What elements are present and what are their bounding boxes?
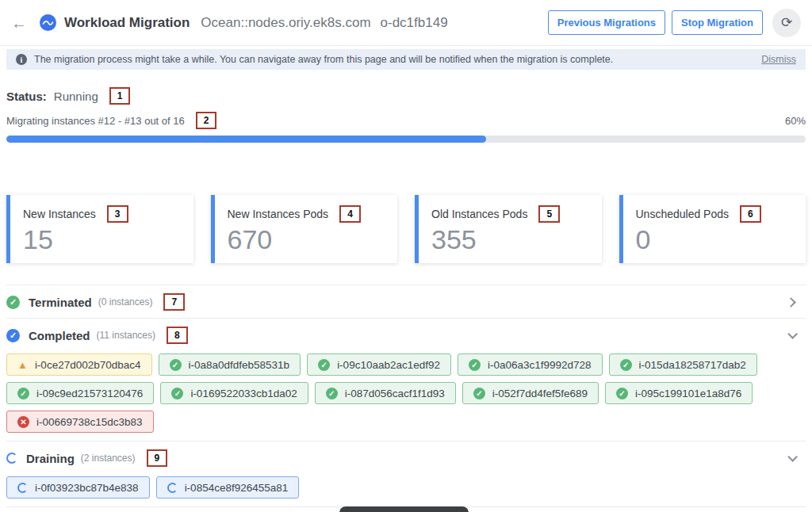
section-terminated: ✓ Terminated (0 instances) 7 — [6, 285, 806, 318]
instance-id: i-052f7dd4fef5fe689 — [492, 388, 588, 399]
migration-id: o-dc1fb149 — [381, 15, 448, 30]
instance-chip: ✓i-0a06a3c1f9992d728 — [458, 353, 603, 376]
card-new-instances: New Instances3 15 — [6, 195, 193, 263]
check-circle-green-icon: ✓ — [473, 388, 485, 399]
check-circle-green-icon: ✓ — [6, 296, 20, 309]
draining-instance-chips: i-0f03923bc87b4e838i-0854ce8f926455a81 — [6, 474, 806, 506]
annotation-marker-1: 1 — [109, 87, 131, 105]
chevron-down-icon[interactable] — [787, 452, 798, 462]
annotation-marker-4: 4 — [339, 205, 361, 223]
instance-chip: ✓i-095c199101e1a8d76 — [605, 382, 753, 404]
card-label: New Instances — [23, 208, 96, 220]
warning-triangle-icon: ▲ — [17, 360, 28, 370]
instance-id: i-00669738c15dc3b83 — [36, 416, 143, 428]
check-circle-green-icon: ✓ — [170, 359, 182, 371]
check-circle-green-icon: ✓ — [620, 359, 632, 371]
instance-chip: i-0f03923bc87b4e838 — [6, 476, 150, 499]
section-header-completed[interactable]: ✓ Completed (11 instances) 8 — [6, 319, 806, 351]
instance-chip: ✓i-0169522033cb1da02 — [160, 382, 308, 404]
instance-chip: ✓i-015da18258717dab2 — [609, 353, 757, 376]
annotation-marker-6: 6 — [740, 205, 761, 223]
card-value: 0 — [636, 225, 794, 254]
instance-id: i-0ce27d002b70dbac4 — [35, 359, 141, 371]
annotation-marker-7: 7 — [163, 293, 185, 311]
instance-id: i-0f03923bc87b4e838 — [35, 482, 139, 494]
card-unscheduled-pods: Unscheduled Pods6 0 — [619, 195, 806, 263]
instance-chip: ✓i-09c10aab2ac1edf92 — [307, 353, 451, 376]
card-value: 15 — [23, 225, 181, 254]
section-draining: Draining (2 instances) 9 i-0f03923bc87b4… — [6, 441, 806, 506]
bottom-toast-bar — [339, 506, 469, 512]
section-count: (11 instances) — [97, 330, 155, 341]
status-label: Status: — [6, 90, 47, 103]
card-old-instances-pods: Old Instances Pods5 355 — [415, 195, 602, 263]
instance-sections: ✓ Terminated (0 instances) 7 ✓ Completed… — [6, 285, 806, 512]
section-label: Terminated — [29, 296, 92, 309]
instance-id: i-0169522033cb1da02 — [190, 388, 297, 399]
section-label: Draining — [26, 452, 75, 465]
summary-cards: New Instances3 15 New Instances Pods4 67… — [6, 195, 806, 263]
instance-chip: ✓i-0a8a0dfdfeb58531b — [159, 353, 301, 376]
check-circle-green-icon: ✓ — [171, 388, 183, 399]
breadcrumb: Ocean::nodes.oriy.ek8s.como-dc1fb149 — [201, 15, 447, 31]
spinner-icon — [17, 483, 28, 493]
banner-text: The migration process might take a while… — [34, 54, 613, 65]
check-circle-blue-icon: ✓ — [6, 329, 20, 342]
instance-id: i-015da18258717dab2 — [639, 359, 746, 371]
refresh-icon: ⟳ — [781, 14, 792, 31]
chevron-right-icon[interactable] — [786, 297, 796, 308]
instance-chip: ✓i-052f7dd4fef5fe689 — [462, 382, 599, 404]
card-label: New Instances Pods — [228, 208, 329, 220]
previous-migrations-button[interactable]: Previous Migrations — [548, 10, 665, 35]
status-value: Running — [54, 90, 98, 103]
stop-migration-button[interactable]: Stop Migration — [672, 10, 763, 35]
instance-chip: ✓i-09c9ed21573120476 — [6, 382, 154, 404]
page-title: Workload Migration — [64, 15, 190, 31]
instance-chip: ✕i-00669738c15dc3b83 — [6, 411, 154, 433]
section-count: (0 instances) — [98, 296, 153, 308]
dismiss-link[interactable]: Dismiss — [761, 54, 796, 65]
info-banner: i The migration process might take a whi… — [6, 49, 806, 70]
chevron-down-icon[interactable] — [787, 329, 798, 339]
instance-chip: ✓i-087d056cacf1f1d93 — [315, 382, 456, 404]
instance-id: i-0a06a3c1f9992d728 — [488, 359, 592, 371]
annotation-marker-8: 8 — [167, 327, 188, 344]
progress-bar — [6, 136, 806, 143]
section-header-terminated[interactable]: ✓ Terminated (0 instances) 7 — [6, 285, 806, 318]
instance-id: i-09c10aab2ac1edf92 — [337, 359, 440, 371]
instance-id: i-0854ce8f926455a81 — [185, 482, 289, 494]
instance-id: i-095c199101e1a8d76 — [635, 388, 741, 399]
card-label: Unscheduled Pods — [636, 208, 730, 220]
instance-chip: ▲i-0ce27d002b70dbac4 — [6, 353, 152, 376]
card-value: 670 — [228, 225, 385, 254]
progress-percent-label: 60% — [785, 115, 806, 127]
instance-id: i-09c9ed21573120476 — [36, 388, 143, 399]
card-value: 355 — [431, 225, 589, 254]
check-circle-green-icon: ✓ — [17, 388, 29, 399]
migration-progress-text: Migrating instances #12 - #13 out of 16 — [6, 115, 185, 127]
card-new-instances-pods: New Instances Pods4 670 — [211, 195, 398, 263]
check-circle-green-icon: ✓ — [318, 359, 330, 371]
section-completed: ✓ Completed (11 instances) 8 ▲i-0ce27d00… — [6, 318, 806, 441]
annotation-marker-9: 9 — [147, 449, 168, 467]
ocean-logo-icon — [40, 14, 56, 31]
check-circle-green-icon: ✓ — [469, 359, 481, 371]
check-circle-green-icon: ✓ — [326, 388, 338, 399]
refresh-button[interactable]: ⟳ — [772, 9, 801, 37]
section-header-draining[interactable]: Draining (2 instances) 9 — [6, 441, 806, 474]
section-count: (2 instances) — [81, 453, 136, 464]
completed-instance-chips: ▲i-0ce27d002b70dbac4✓i-0a8a0dfdfeb58531b… — [6, 351, 806, 441]
annotation-marker-5: 5 — [538, 205, 560, 223]
check-circle-green-icon: ✓ — [616, 388, 628, 399]
instance-id: i-087d056cacf1f1d93 — [345, 388, 445, 399]
section-label: Completed — [29, 329, 90, 342]
back-arrow-icon[interactable]: ← — [11, 15, 27, 31]
progress-bar-fill — [6, 136, 486, 143]
info-icon: i — [16, 54, 27, 65]
spinner-icon — [6, 453, 17, 464]
annotation-marker-2: 2 — [196, 112, 217, 129]
card-label: Old Instances Pods — [431, 208, 527, 220]
annotation-marker-3: 3 — [107, 205, 128, 223]
page-header: ← Workload Migration Ocean::nodes.oriy.e… — [0, 0, 812, 46]
spinner-icon — [167, 483, 178, 493]
